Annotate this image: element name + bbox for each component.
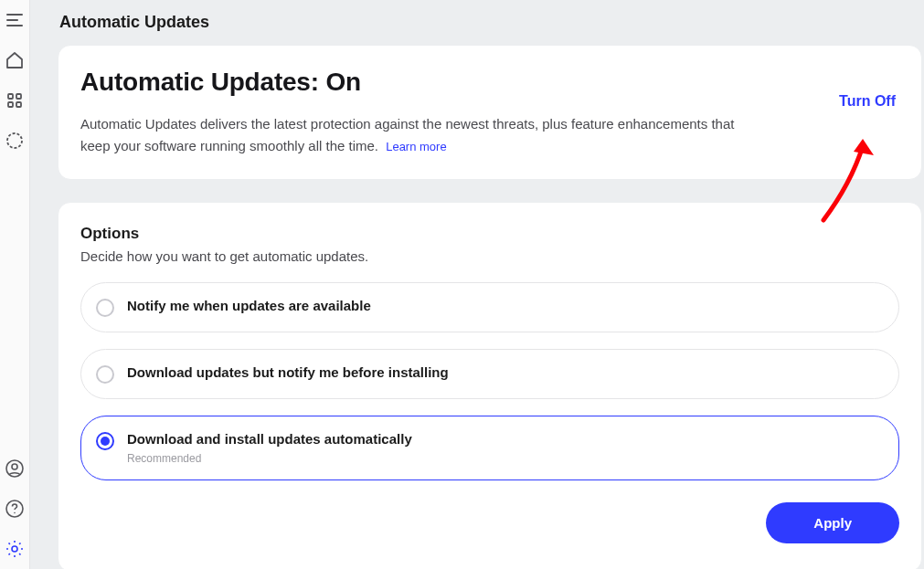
radio-icon (96, 432, 114, 450)
svg-rect-3 (8, 94, 13, 99)
options-subtitle: Decide how you want to get automatic upd… (80, 248, 899, 264)
main-content: Automatic Updates Automatic Updates: On … (30, 0, 924, 569)
svg-rect-5 (8, 102, 13, 107)
option-note: Recommended (127, 452, 412, 465)
option-body: Download updates but notify me before in… (127, 364, 449, 380)
svg-rect-6 (16, 102, 21, 107)
option-list: Notify me when updates are available Dow… (80, 282, 899, 480)
turn-off-link[interactable]: Turn Off (839, 93, 896, 110)
sidebar-top (4, 9, 26, 152)
page-title: Automatic Updates (59, 13, 924, 32)
option-body: Notify me when updates are available (127, 298, 371, 313)
status-heading: Automatic Updates: On (80, 68, 899, 97)
option-label: Notify me when updates are available (127, 298, 371, 313)
apply-button[interactable]: Apply (766, 502, 899, 543)
radio-icon (96, 365, 114, 384)
home-icon[interactable] (4, 49, 26, 71)
settings-icon[interactable] (4, 538, 26, 560)
option-body: Download and install updates automatical… (127, 431, 412, 465)
apply-row: Apply (80, 502, 899, 543)
apps-icon[interactable] (4, 90, 26, 111)
sidebar (0, 0, 30, 569)
app-root: Automatic Updates Automatic Updates: On … (0, 0, 924, 569)
option-auto-install[interactable]: Download and install updates automatical… (80, 416, 899, 480)
svg-point-12 (12, 546, 17, 552)
svg-point-11 (14, 512, 16, 514)
svg-rect-4 (16, 94, 21, 99)
option-notify[interactable]: Notify me when updates are available (80, 282, 899, 332)
svg-point-9 (12, 464, 17, 469)
sidebar-bottom (4, 458, 26, 560)
svg-point-7 (7, 133, 22, 148)
status-description: Automatic Updates delivers the latest pr… (80, 113, 757, 157)
option-download-notify[interactable]: Download updates but notify me before in… (80, 349, 899, 399)
option-label: Download and install updates automatical… (127, 431, 412, 447)
status-panel: Automatic Updates: On Automatic Updates … (58, 45, 922, 180)
radio-icon (96, 299, 114, 317)
circle-icon[interactable] (4, 130, 26, 152)
user-icon[interactable] (4, 458, 26, 479)
option-label: Download updates but notify me before in… (127, 364, 449, 380)
help-icon[interactable] (4, 498, 26, 520)
menu-icon[interactable] (4, 9, 26, 31)
learn-more-link[interactable]: Learn more (386, 140, 446, 153)
options-panel: Options Decide how you want to get autom… (58, 202, 922, 569)
options-title: Options (80, 225, 899, 243)
